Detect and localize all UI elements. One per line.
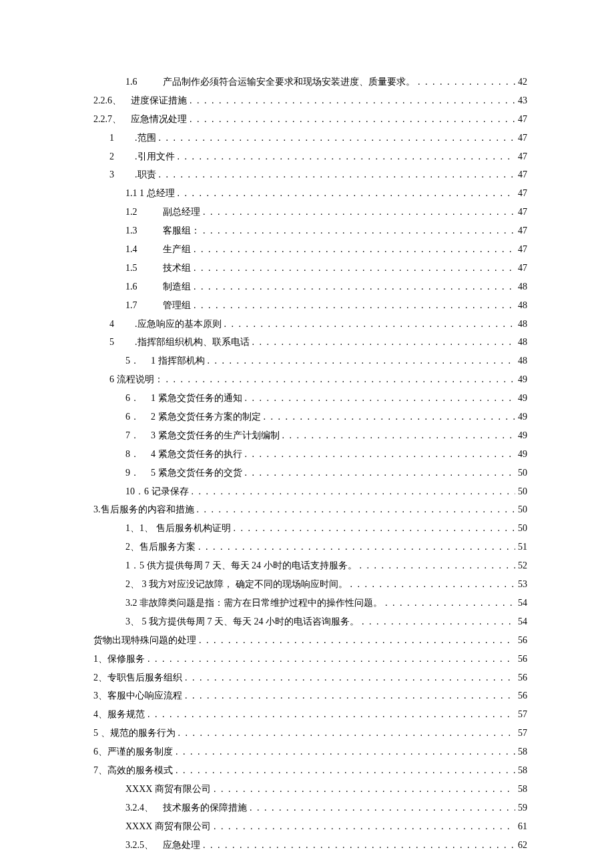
toc-leader-dots: [234, 520, 516, 537]
toc-entry-title: 1．5 供方提供每周 7 天、每天 24 小时的电话支持服务。: [125, 557, 357, 574]
table-of-contents: 1.6产品制作必须符合运输安全要求和现场安装进度、质量要求。422.2.6、进度…: [93, 73, 527, 853]
toc-leader-dots: [385, 594, 515, 612]
toc-entry-number: 2: [109, 148, 135, 165]
toc-entry: 3.2 非故障类问题是指：需方在日常维护过程中的操作性问题。54: [93, 594, 527, 612]
toc-entry-page: 50: [518, 501, 527, 518]
toc-entry-title: .应急响应的基本原则: [135, 316, 222, 333]
toc-entry: 3、客服中心响应流程 56: [93, 687, 527, 705]
toc-entry-number: 5．: [125, 352, 151, 370]
toc-entry-page: 58: [518, 781, 527, 798]
toc-leader-dots: [190, 111, 515, 128]
toc-entry-number: 3: [109, 166, 135, 183]
toc-leader-dots: [194, 241, 515, 258]
toc-entry-page: 50: [518, 464, 527, 482]
toc-leader-dots: [192, 483, 516, 500]
toc-entry-title: 应急情况处理: [131, 111, 187, 128]
toc-entry: 1.2副总经理47: [93, 203, 527, 221]
toc-leader-dots: [199, 632, 515, 649]
toc-entry-page: 62: [518, 837, 527, 854]
toc-leader-dots: [245, 464, 516, 482]
toc-leader-dots: [203, 203, 515, 221]
toc-entry-title: XXXX 商贸有限公司: [125, 818, 211, 835]
toc-entry-title: 1 指挥部机构: [151, 352, 205, 370]
toc-entry: XXXX 商贸有限公司 61: [93, 818, 527, 835]
toc-entry: 1.范围47: [93, 129, 527, 147]
toc-entry-page: 54: [518, 594, 527, 612]
toc-entry-title: 3 紧急交货任务的生产计划编制: [151, 427, 280, 444]
toc-entry-page: 51: [518, 538, 527, 556]
toc-entry: 1.7管理组48: [93, 297, 527, 314]
toc-entry-page: 48: [518, 334, 527, 351]
toc-entry-title: 客服组：: [163, 222, 200, 240]
toc-entry-page: 48: [518, 316, 527, 333]
toc-entry: 10．6 记录保存50: [93, 483, 527, 500]
toc-leader-dots: [350, 576, 516, 593]
toc-entry-number: 4: [109, 316, 135, 333]
toc-entry: 5．1 指挥部机构48: [93, 352, 527, 370]
toc-leader-dots: [203, 837, 515, 854]
toc-entry-title: 6、严谨的服务制度: [93, 743, 173, 761]
toc-entry-title: .引用文件: [135, 148, 175, 165]
toc-entry: 6．2 紧急交货任务方案的制定49: [93, 408, 527, 426]
toc-entry: 3.2.5、 应急处理62: [93, 837, 527, 854]
toc-entry: 1、保修服务 56: [93, 650, 527, 668]
toc-entry: 1．5 供方提供每周 7 天、每天 24 小时的电话支持服务。52: [93, 557, 527, 574]
toc-entry-number: 1.2: [125, 203, 163, 221]
toc-entry: XXXX 商贸有限公司 58: [93, 781, 527, 798]
toc-entry-title: 3、客服中心响应流程: [93, 687, 182, 705]
toc-entry-title: 3、 5 我方提供每周 7 天、每天 24 小时的电话咨询服务。: [125, 613, 359, 630]
toc-entry-page: 47: [518, 260, 527, 277]
toc-entry-title: 3.2 非故障类问题是指：需方在日常维护过程中的操作性问题。: [125, 594, 382, 612]
toc-entry: 1.6制造组48: [93, 278, 527, 296]
toc-entry-title: 制造组: [163, 278, 191, 296]
toc-entry: 2、 3 我方对应没记故障， 确定不同的现场响应时间。53: [93, 576, 527, 593]
toc-leader-dots: [194, 278, 515, 296]
toc-entry-page: 43: [518, 92, 527, 109]
toc-leader-dots: [252, 334, 516, 351]
toc-leader-dots: [159, 166, 516, 183]
toc-leader-dots: [198, 538, 515, 556]
toc-entry-number: 1.7: [125, 297, 163, 314]
toc-entry: 2.2.6、进度保证措施43: [93, 92, 527, 109]
toc-entry-title: 3.2.4、 技术服务的保障措施: [125, 799, 247, 817]
toc-entry-title: 4 紧急交货任务的执行: [151, 446, 242, 463]
toc-entry-title: 2、售后服务方案: [125, 538, 196, 556]
toc-entry-page: 57: [518, 725, 527, 742]
toc-leader-dots: [264, 408, 516, 426]
toc-entry-number: 6．: [125, 390, 151, 407]
toc-entry-title: 2、 3 我方对应没记故障， 确定不同的现场响应时间。: [125, 576, 348, 593]
toc-entry: 1.1 1 总经理47: [93, 185, 527, 202]
toc-entry: 7、高效的服务模式 58: [93, 762, 527, 779]
toc-entry-title: 1、1、 售后服务机构证明: [125, 520, 231, 537]
toc-entry-page: 56: [518, 632, 527, 649]
toc-entry: 6 流程说明：49: [93, 371, 527, 388]
toc-entry-page: 49: [518, 427, 527, 444]
toc-leader-dots: [224, 316, 516, 333]
toc-entry: 2.2.7、应急情况处理47: [93, 111, 527, 128]
toc-entry-number: 1.6: [125, 278, 163, 296]
toc-entry-title: 2、专职售后服务组织: [93, 669, 182, 687]
toc-entry: 1.5技术组47: [93, 260, 527, 277]
toc-entry-number: 5: [109, 334, 135, 351]
toc-entry-page: 56: [518, 650, 527, 668]
toc-leader-dots: [178, 148, 516, 165]
toc-leader-dots: [159, 129, 516, 147]
toc-leader-dots: [208, 352, 516, 370]
toc-entry: 5 、规范的服务行为 57: [93, 725, 527, 742]
toc-entry-page: 52: [518, 557, 527, 574]
toc-entry-page: 58: [518, 762, 527, 779]
toc-entry: 5.指挥部组织机构、联系电话48: [93, 334, 527, 351]
toc-entry-page: 56: [518, 669, 527, 687]
toc-entry-number: 1.5: [125, 260, 163, 277]
toc-entry-title: 4、服务规范: [93, 706, 145, 723]
toc-leader-dots: [178, 725, 516, 742]
toc-entry-page: 58: [518, 743, 527, 761]
toc-entry-page: 49: [518, 446, 527, 463]
toc-leader-dots: [214, 781, 515, 798]
toc-entry: 1.4生产组47: [93, 241, 527, 258]
toc-entry: 9．5 紧急交货任务的交货50: [93, 464, 527, 482]
toc-entry-page: 48: [518, 278, 527, 296]
toc-entry-title: 产品制作必须符合运输安全要求和现场安装进度、质量要求。: [163, 73, 415, 91]
toc-entry-title: 生产组: [163, 241, 191, 258]
toc-leader-dots: [194, 260, 515, 277]
